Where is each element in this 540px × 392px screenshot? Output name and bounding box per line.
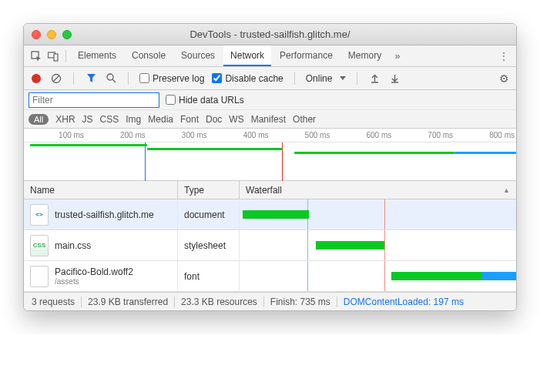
type-other[interactable]: Other [293, 114, 316, 125]
cell-type: font [178, 261, 240, 291]
filter-icon[interactable] [85, 72, 97, 85]
load-marker [384, 261, 385, 291]
hide-data-urls-label: Hide data URLs [179, 95, 244, 106]
chevron-down-icon [340, 76, 346, 80]
window-title: DevTools - trusted-sailfish.glitch.me/ [24, 28, 516, 40]
svg-point-5 [107, 74, 113, 80]
document-file-icon: <> [30, 204, 49, 226]
titlebar: DevTools - trusted-sailfish.glitch.me/ [24, 24, 516, 45]
type-doc[interactable]: Doc [206, 114, 222, 125]
filter-input[interactable] [29, 92, 159, 108]
request-name: Pacifico-Bold.woff2 [55, 266, 133, 277]
status-transferred: 23.9 KB transferred [82, 297, 175, 307]
download-har-icon[interactable] [388, 72, 401, 85]
tab-performance[interactable]: Performance [273, 45, 340, 66]
hide-data-urls-input[interactable] [166, 95, 176, 105]
type-manifest[interactable]: Manifest [251, 114, 286, 125]
css-file-icon: CSS [30, 235, 49, 256]
type-font[interactable]: Font [180, 114, 199, 125]
col-waterfall[interactable]: Waterfall▲ [240, 181, 516, 199]
dcl-marker [145, 142, 146, 181]
type-css[interactable]: CSS [100, 114, 119, 125]
type-media[interactable]: Media [148, 114, 173, 125]
type-all[interactable]: All [29, 114, 49, 125]
tab-console[interactable]: Console [125, 45, 173, 66]
overview-bar [30, 144, 147, 146]
overview-bar [147, 148, 283, 150]
tick: 600 ms [331, 129, 393, 142]
sort-asc-icon: ▲ [503, 186, 510, 194]
tick: 100 ms [24, 129, 86, 142]
request-path: /assets [55, 277, 133, 286]
kebab-menu-icon[interactable]: ⋮ [496, 49, 511, 64]
panel-tabs: Elements Console Sources Network Perform… [24, 45, 516, 67]
cell-waterfall [240, 199, 516, 230]
svg-rect-2 [54, 54, 58, 61]
separator [65, 50, 66, 62]
font-file-icon [30, 266, 49, 287]
record-button[interactable] [30, 72, 42, 85]
overview-timeline[interactable]: 100 ms 200 ms 300 ms 400 ms 500 ms 600 m… [24, 129, 516, 181]
separator [357, 72, 357, 85]
type-ws[interactable]: WS [229, 114, 243, 125]
overview-bar [294, 152, 454, 154]
tick: 200 ms [86, 129, 147, 142]
tick: 800 ms [454, 129, 516, 142]
upload-har-icon[interactable] [368, 72, 381, 85]
overview-bar [454, 152, 516, 154]
waterfall-bar [316, 241, 385, 250]
device-toolbar-icon[interactable] [45, 49, 61, 64]
settings-icon[interactable]: ⚙ [498, 72, 510, 85]
waterfall-bar [481, 272, 516, 280]
tab-elements[interactable]: Elements [71, 45, 123, 66]
col-type[interactable]: Type [178, 181, 240, 199]
requests-table: <> trusted-sailfish.glitch.me document C… [24, 199, 516, 292]
disable-cache-input[interactable] [212, 73, 222, 83]
status-bar: 3 requests 23.9 KB transferred 23.3 KB r… [24, 292, 516, 310]
table-row[interactable]: <> trusted-sailfish.glitch.me document [24, 199, 516, 230]
more-tabs-icon[interactable]: » [390, 49, 405, 64]
table-row[interactable]: Pacifico-Bold.woff2 /assets font [24, 261, 516, 292]
network-toolbar: Preserve log Disable cache Online ⚙ [24, 67, 516, 90]
hide-data-urls-checkbox[interactable]: Hide data URLs [166, 95, 244, 106]
tab-sources[interactable]: Sources [174, 45, 222, 66]
clear-icon[interactable] [50, 72, 62, 85]
separator [294, 72, 295, 85]
cell-waterfall [240, 230, 516, 260]
cell-waterfall [240, 261, 516, 291]
timeline-ruler: 100 ms 200 ms 300 ms 400 ms 500 ms 600 m… [24, 129, 516, 142]
search-icon[interactable] [105, 72, 117, 85]
separator [73, 72, 74, 85]
table-row[interactable]: CSS main.css stylesheet [24, 230, 516, 261]
svg-line-6 [112, 79, 116, 82]
separator [128, 72, 129, 85]
dcl-marker [307, 261, 308, 291]
load-marker [384, 199, 385, 230]
type-img[interactable]: Img [126, 114, 141, 125]
waterfall-bar [243, 210, 308, 219]
waterfall-bar [391, 272, 481, 280]
tick: 500 ms [270, 129, 332, 142]
cell-type: stylesheet [178, 230, 240, 260]
inspect-element-icon[interactable] [29, 49, 44, 64]
cell-name: <> trusted-sailfish.glitch.me [24, 199, 178, 230]
disable-cache-label: Disable cache [225, 73, 283, 84]
tab-network[interactable]: Network [223, 45, 271, 66]
status-dcl: DOMContentLoaded: 197 ms [337, 297, 470, 307]
cell-type: document [178, 199, 240, 230]
request-name: main.css [55, 240, 91, 251]
requests-header: Name Type Waterfall▲ [24, 181, 516, 199]
col-name[interactable]: Name [24, 181, 178, 199]
type-xhr[interactable]: XHR [55, 114, 75, 125]
type-js[interactable]: JS [82, 114, 93, 125]
disable-cache-checkbox[interactable]: Disable cache [212, 73, 283, 84]
request-name: trusted-sailfish.glitch.me [55, 209, 154, 220]
cell-name: Pacifico-Bold.woff2 /assets [24, 261, 178, 291]
tab-memory[interactable]: Memory [341, 45, 388, 66]
preserve-log-checkbox[interactable]: Preserve log [139, 73, 204, 84]
preserve-log-input[interactable] [139, 73, 149, 83]
throttle-select[interactable]: Online [306, 73, 347, 84]
load-marker [384, 230, 385, 260]
filter-bar: Hide data URLs [24, 90, 516, 110]
overview-body [24, 142, 516, 181]
